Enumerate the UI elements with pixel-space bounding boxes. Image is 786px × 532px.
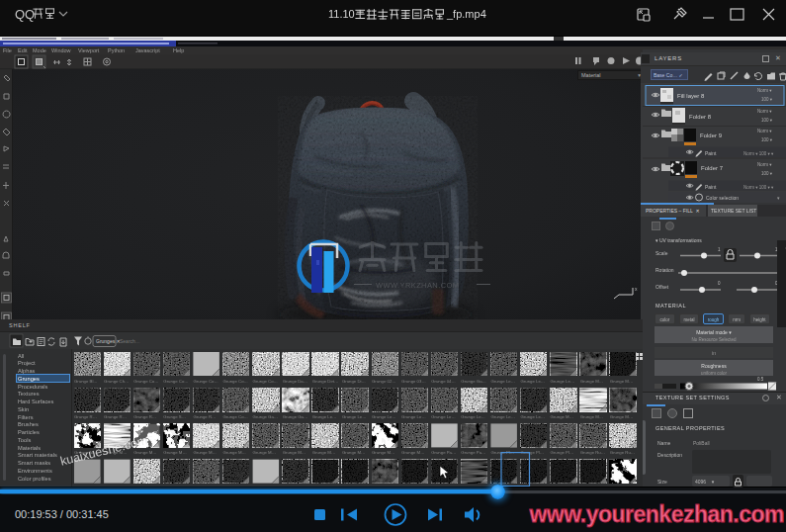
svg-text:Grunge Le…: Grunge Le… — [372, 414, 396, 419]
svg-text:Grunge Pl…: Grunge Pl… — [551, 450, 574, 455]
svg-text:Grunge M…: Grunge M… — [372, 450, 394, 455]
svg-text:Grunge Sp…: Grunge Sp… — [223, 486, 248, 487]
svg-text:Grunge M…: Grunge M… — [342, 450, 365, 455]
svg-text:Grunge Sp…: Grunge Sp… — [193, 486, 218, 487]
svg-text:Grunge 02…: Grunge 02… — [372, 379, 396, 384]
svg-text:Grunge Co…: Grunge Co… — [193, 379, 218, 384]
svg-text:Grunge Ga…: Grunge Ga… — [461, 379, 486, 384]
svg-text:Grunge Le…: Grunge Le… — [551, 379, 575, 384]
svg-text:Grunge M…: Grunge M… — [223, 450, 246, 455]
svg-text:Grunge R…: Grunge R… — [133, 414, 156, 419]
svg-text:Grunge Le…: Grunge Le… — [521, 379, 546, 384]
svg-text:Grunge St…: Grunge St… — [283, 486, 306, 487]
svg-text:Grunge Ru…: Grunge Ru… — [580, 450, 605, 455]
svg-text:Grunge M…: Grunge M… — [253, 450, 276, 455]
svg-text:Grunge Co…: Grunge Co… — [163, 379, 188, 384]
svg-text:Grunge Le…: Grunge Le… — [461, 414, 485, 419]
svg-text:Grunge M…: Grunge M… — [551, 414, 573, 419]
svg-text:Grunge W…: Grunge W… — [431, 486, 455, 487]
svg-text:Grunge Le…: Grunge Le… — [490, 414, 515, 419]
svg-text:Grunge Bl…: Grunge Bl… — [74, 379, 98, 384]
svg-text:Grunge Dirt…: Grunge Dirt… — [312, 379, 339, 384]
svg-text:Grunge Sc…: Grunge Sc… — [163, 486, 188, 487]
svg-text:Grunge R…: Grunge R… — [193, 414, 216, 419]
svg-text:Grunge Ga…: Grunge Ga… — [253, 414, 279, 419]
svg-text:Grunge R…: Grunge R… — [74, 414, 97, 419]
svg-text:Grunge Le…: Grunge Le… — [521, 414, 546, 419]
svg-text:Grunge Di…: Grunge Di… — [342, 379, 366, 384]
svg-text:Grunge Co…: Grunge Co… — [223, 414, 248, 419]
svg-text:Grunge 04…: Grunge 04… — [431, 379, 456, 384]
svg-text:Grunge Sc…: Grunge Sc… — [133, 486, 158, 487]
svg-text:Grunge W…: Grunge W… — [401, 486, 425, 487]
svg-text:Grunge Ga…: Grunge Ga… — [283, 414, 308, 419]
svg-text:Grunge S…: Grunge S… — [163, 414, 186, 419]
svg-text:Grunge W…: Grunge W… — [461, 486, 484, 487]
svg-text:Grunge Le…: Grunge Le… — [490, 379, 515, 384]
svg-text:Grunge M…: Grunge M… — [401, 450, 424, 455]
svg-text:Grunge Ru…: Grunge Ru… — [74, 486, 99, 487]
svg-text:Grunge W…: Grunge W… — [372, 486, 395, 487]
svg-text:Grunge W…: Grunge W… — [580, 486, 604, 487]
svg-text:Grunge M…: Grunge M… — [580, 379, 603, 384]
svg-text:Grunge M…: Grunge M… — [610, 379, 633, 384]
svg-text:Grunge Co…: Grunge Co… — [133, 379, 158, 384]
svg-text:Grunge Co…: Grunge Co… — [253, 379, 278, 384]
svg-text:Grunge St…: Grunge St… — [253, 486, 277, 487]
svg-text:Grunge Le…: Grunge Le… — [431, 414, 456, 419]
svg-text:Grunge M…: Grunge M… — [580, 414, 603, 419]
svg-text:Grunge W…: Grunge W… — [312, 486, 336, 487]
svg-text:Grunge R…: Grunge R… — [104, 414, 127, 419]
svg-text:Grunge Sc…: Grunge Sc… — [104, 486, 129, 487]
svg-text:Grunge M…: Grunge M… — [283, 450, 306, 455]
svg-text:Grunge M…: Grunge M… — [163, 450, 186, 455]
svg-text:Grunge Pa…: Grunge Pa… — [431, 450, 456, 455]
svg-text:Grunge M…: Grunge M… — [610, 414, 633, 419]
svg-text:Grunge M…: Grunge M… — [133, 450, 156, 455]
svg-text:Grunge M…: Grunge M… — [312, 450, 335, 455]
svg-text:Grunge M…: Grunge M… — [193, 450, 216, 455]
svg-text:Grunge Da…: Grunge Da… — [283, 379, 307, 384]
svg-text:Grunge Le…: Grunge Le… — [342, 414, 367, 419]
svg-text:Grunge Ru…: Grunge Ru… — [610, 450, 635, 455]
svg-text:Grunge W…: Grunge W… — [342, 486, 366, 487]
svg-text:Grunge Co…: Grunge Co… — [223, 379, 248, 384]
svg-text:Grunge W…: Grunge W… — [610, 486, 634, 487]
svg-text:Grunge Le…: Grunge Le… — [312, 414, 337, 419]
svg-text:Grunge Pa…: Grunge Pa… — [461, 450, 485, 455]
svg-text:Grunge Ch…: Grunge Ch… — [104, 379, 129, 384]
svg-text:Grunge W…: Grunge W… — [551, 486, 574, 487]
svg-text:Grunge 03…: Grunge 03… — [401, 379, 426, 384]
svg-text:Grunge Le…: Grunge Le… — [401, 414, 426, 419]
